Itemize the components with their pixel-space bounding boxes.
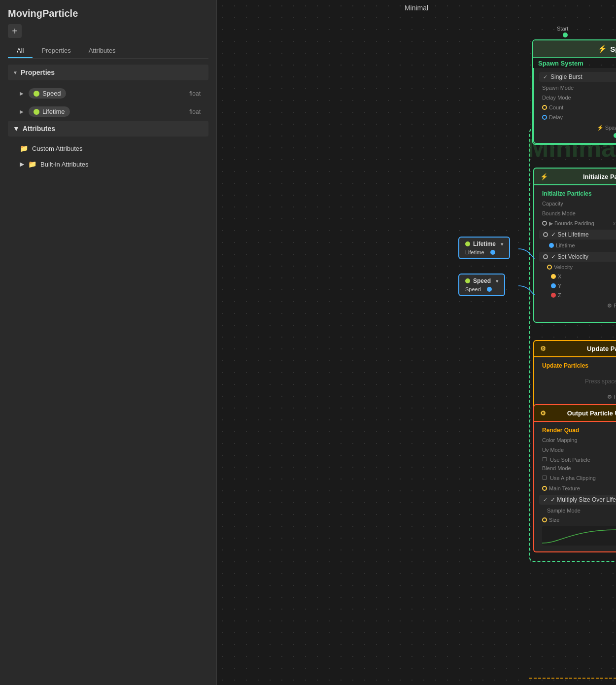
speed-connect-dot[interactable] [487, 287, 492, 292]
delay-row: Delay 0 [539, 113, 616, 122]
update-gear-icon: ⚙ [540, 345, 546, 352]
tab-all[interactable]: All [8, 44, 33, 58]
size-circle [542, 517, 547, 522]
speed-panel-dot [465, 278, 470, 283]
multiply-size-row[interactable]: ✓ ✓ Multiply Size Over Life ▾ [539, 495, 616, 505]
size-label: Size [549, 517, 559, 523]
attributes-section-header[interactable]: ▼ Attributes [8, 121, 208, 137]
color-mapping-label: Color Mapping [542, 437, 578, 443]
spawn-mode-label: Spawn Mode [542, 85, 574, 91]
properties-section-header[interactable]: ▼ Properties [8, 65, 208, 80]
init-particle-connector: ⚙ Particle [539, 301, 616, 311]
delay-mode-row: Delay Mode Constant [539, 93, 616, 102]
panel-title: MovingParticle [8, 8, 208, 19]
lifetime-float-panel: Lifetime ▾ Lifetime [458, 237, 510, 259]
properties-arrow: ▼ [13, 70, 18, 75]
attributes-arrow: ▼ [13, 125, 20, 133]
canvas-area[interactable]: Minimal Minimal Start Stop ⚡ Spawn Spawn… [217, 0, 616, 685]
count-circle [542, 105, 547, 110]
builtin-expand-arrow: ▶ [20, 161, 24, 168]
single-burst-row[interactable]: ✓ Single Burst ▾ [539, 72, 616, 82]
spawn-connector-dots [532, 33, 616, 37]
delay-circle [542, 115, 547, 120]
speed-panel-row: Speed [465, 286, 498, 292]
spawn-header-outer: ⚡ Spawn Spawn System ✓ Single Burst ▾ Sp… [532, 39, 616, 145]
lifetime-panel-dot [465, 241, 470, 246]
init-body: Initialize Particles Capacity 1 Bounds M… [533, 185, 616, 323]
size-curve-area [542, 526, 616, 546]
count-row: Count 1 [539, 103, 616, 112]
bounds-toggle[interactable] [542, 221, 547, 226]
uv-mode-label: Uv Mode [542, 447, 564, 453]
sample-mode-label: Sample Mode [547, 508, 581, 514]
lifetime-value-row: Lifetime 1 [539, 241, 616, 250]
init-section-label: Initialize Particles [539, 189, 616, 199]
velocity-xyz-row: Velocity 🔲 x y z [539, 263, 616, 271]
update-header: ⚙ Update Particle ⊞ Local [533, 340, 616, 357]
texture-circle [542, 486, 547, 491]
spawn-event-dot-row [539, 132, 616, 139]
count-label: Count [549, 104, 563, 110]
size-row: Size [539, 516, 616, 524]
left-panel: MovingParticle + All Properties Attribut… [0, 0, 217, 685]
single-burst-check: ✓ [543, 74, 548, 80]
use-alpha-clipping-row: ☐ Use Alpha Clipping [539, 474, 616, 482]
output-section-label: Render Quad [539, 426, 616, 436]
main-texture-label: Main Texture [549, 485, 580, 491]
velocity-xyz-toggle[interactable] [547, 265, 552, 270]
builtin-attributes-row[interactable]: ▶ 📁 Built-in Attributes [8, 156, 208, 172]
update-title: Update Particle [548, 345, 616, 352]
set-velocity-label: ✓ Set Velocity [551, 253, 616, 260]
velocity-toggle [543, 254, 548, 259]
update-particle-connector: ⚙ Particle [539, 392, 616, 402]
speed-float-panel: Speed ▾ Speed [458, 274, 505, 296]
spawn-node: Start Stop ⚡ Spawn Spawn System ✓ Single… [532, 26, 616, 145]
delay-label: Delay [549, 114, 563, 120]
spawn-event-dot[interactable] [614, 133, 616, 138]
set-lifetime-row[interactable]: ✓ Set Lifetime ▾ [539, 230, 616, 240]
init-lightning-icon: ⚡ [540, 173, 548, 180]
property-lifetime-row[interactable]: ▶ Lifetime float [8, 103, 208, 121]
speed-label: Speed [29, 88, 66, 99]
size-curve-svg [542, 526, 616, 546]
set-velocity-row[interactable]: ✓ Set Velocity ▾ [539, 252, 616, 262]
attributes-label: Attributes [23, 125, 55, 133]
init-title: Initialize Particle [550, 173, 616, 180]
lifetime-dot [549, 243, 554, 248]
start-connector-dot[interactable] [563, 33, 568, 37]
spawn-event-label: ⚡ SpawnEvent [539, 123, 616, 132]
output-title: Output Particle Unlit Quad [548, 410, 616, 417]
property-speed-row[interactable]: ▶ Speed float [8, 84, 208, 103]
lifetime-field-label: Lifetime [556, 242, 575, 248]
builtin-folder-icon: 📁 [28, 160, 36, 168]
use-soft-particle-row: ☐ Use Soft Particle [539, 455, 616, 464]
bounds-label: ▶ Bounds Padding [549, 220, 611, 227]
spawn-system-label: Spawn System [533, 58, 616, 68]
init-particle-node: ⚡ Initialize Particle ⊞ Local ⚠ Initiali… [533, 168, 616, 323]
press-space-hint: Press space to add blocks [539, 371, 616, 392]
lifetime-type: float [189, 108, 201, 115]
custom-folder-icon: 📁 [20, 144, 28, 152]
tab-properties[interactable]: Properties [33, 44, 79, 58]
blend-mode-row: Blend Mode Alpha [539, 464, 616, 473]
custom-attributes-row[interactable]: 📁 Custom Attributes [8, 140, 208, 156]
properties-label: Properties [21, 68, 55, 76]
spawn-body: ✓ Single Burst ▾ Spawn Mode Constant Del… [533, 68, 616, 144]
velocity-y-row: Y [539, 282, 616, 290]
blend-mode-label: Blend Mode [542, 465, 571, 471]
spawn-node-header: ⚡ Spawn [533, 40, 616, 58]
tab-attributes[interactable]: Attributes [80, 44, 125, 58]
tabs: All Properties Attributes [8, 44, 208, 59]
lifetime-toggle [543, 232, 548, 237]
bottom-indicator [529, 675, 616, 681]
lifetime-panel-row: Lifetime [465, 249, 503, 255]
lifetime-dot [34, 109, 39, 115]
init-particle-dot-row [539, 311, 616, 318]
bounds-padding-row: ▶ Bounds Padding x 0 y 0 z 0 [539, 219, 616, 228]
bounds-mode-label: Bounds Mode [542, 210, 576, 216]
add-button[interactable]: + [8, 24, 22, 38]
lifetime-connect-dot[interactable] [490, 250, 495, 255]
speed-expand-arrow: ▶ [20, 91, 24, 96]
lifetime-expand-arrow: ▶ [20, 109, 24, 114]
output-gear-icon: ⚙ [540, 410, 546, 417]
